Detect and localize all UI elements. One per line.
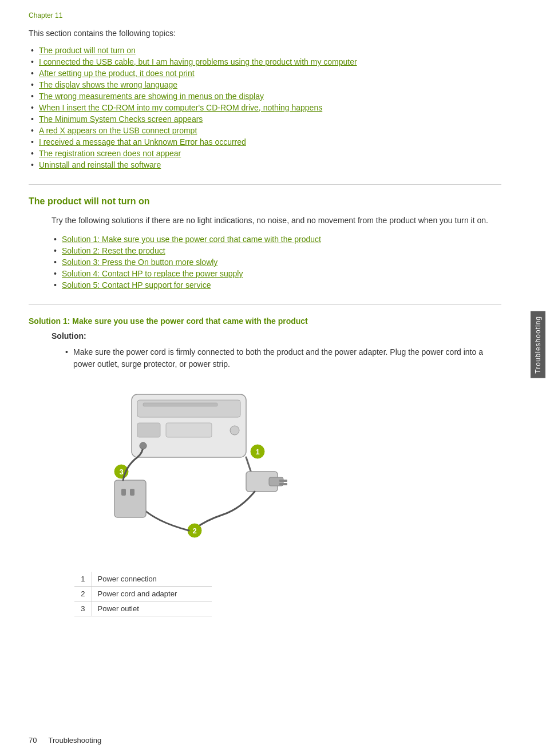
- solution-link-item[interactable]: Solution 4: Contact HP to replace the po…: [52, 268, 501, 279]
- svg-rect-1: [137, 400, 240, 417]
- caption-label-2: Power cord and adapter: [92, 587, 212, 601]
- solution1-body: Make sure the power cord is firmly conne…: [63, 345, 501, 371]
- side-tab-label: Troubleshooting: [531, 311, 545, 378]
- svg-rect-17: [130, 489, 134, 496]
- topic-item[interactable]: The registration screen does not appear: [29, 148, 501, 159]
- topic-item[interactable]: After setting up the product, it does no…: [29, 68, 501, 79]
- caption-table: 1 Power connection 2 Power cord and adap…: [74, 572, 212, 616]
- svg-text:2: 2: [192, 527, 196, 535]
- svg-rect-12: [279, 483, 287, 485]
- topic-item[interactable]: When I insert the CD-ROM into my compute…: [29, 102, 501, 113]
- caption-number-2: 2: [74, 587, 92, 601]
- solutions-list: Solution 1: Make sure you use the power …: [52, 233, 501, 291]
- printer-illustration: 1 2: [74, 383, 292, 566]
- svg-text:1: 1: [255, 448, 259, 456]
- section-body-text: Try the following solutions if there are…: [52, 215, 501, 227]
- section-divider-2: [29, 304, 501, 305]
- solution1-heading: Solution 1: Make sure you use the power …: [29, 316, 501, 326]
- illustration-wrapper: 1 2: [74, 383, 501, 616]
- svg-point-5: [230, 426, 239, 435]
- topic-item[interactable]: The display shows the wrong language: [29, 79, 501, 90]
- section-divider: [29, 184, 501, 185]
- intro-text: This section contains the following topi…: [29, 29, 501, 38]
- topics-list: The product will not turn onI connected …: [29, 45, 501, 171]
- caption-row-3: 3 Power outlet: [74, 601, 212, 616]
- topic-item[interactable]: The product will not turn on: [29, 45, 501, 56]
- topic-item[interactable]: The wrong measurements are showing in me…: [29, 90, 501, 102]
- topic-item[interactable]: I received a message that an Unknown Err…: [29, 136, 501, 148]
- svg-rect-16: [121, 489, 126, 496]
- section-heading-turn-on: The product will not turn on: [29, 196, 501, 207]
- solution-link-item[interactable]: Solution 3: Press the On button more slo…: [52, 256, 501, 268]
- chapter-label: Chapter 11: [29, 11, 501, 19]
- topic-item[interactable]: Uninstall and reinstall the software: [29, 159, 501, 171]
- svg-rect-15: [114, 480, 146, 517]
- svg-point-20: [140, 442, 147, 449]
- footer-label: Troubleshooting: [48, 736, 101, 745]
- svg-rect-4: [166, 423, 212, 437]
- page-footer: 70 Troubleshooting: [29, 736, 101, 745]
- caption-number-1: 1: [74, 572, 92, 587]
- svg-rect-3: [137, 423, 160, 437]
- svg-text:3: 3: [119, 468, 123, 476]
- topic-item[interactable]: I connected the USB cable, but I am havi…: [29, 56, 501, 68]
- svg-rect-2: [143, 403, 217, 406]
- solution-link-item[interactable]: Solution 2: Reset the product: [52, 245, 501, 256]
- caption-label-1: Power connection: [92, 572, 212, 587]
- page-number: 70: [29, 736, 37, 745]
- caption-row-2: 2 Power cord and adapter: [74, 587, 212, 601]
- solution-label: Solution:: [52, 331, 501, 341]
- caption-number-3: 3: [74, 601, 92, 616]
- svg-rect-11: [279, 480, 287, 482]
- topic-item[interactable]: The Minimum System Checks screen appears: [29, 113, 501, 125]
- caption-label-3: Power outlet: [92, 601, 212, 616]
- caption-row-1: 1 Power connection: [74, 572, 212, 587]
- solution-link-item[interactable]: Solution 5: Contact HP support for servi…: [52, 279, 501, 291]
- solution-link-item[interactable]: Solution 1: Make sure you use the power …: [52, 233, 501, 245]
- topic-item[interactable]: A red X appears on the USB connect promp…: [29, 125, 501, 136]
